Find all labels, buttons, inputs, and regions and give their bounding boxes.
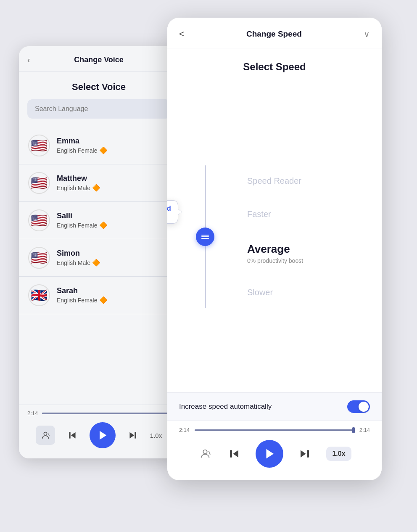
voice-progress-track[interactable] xyxy=(42,413,170,414)
simon-premium-icon: 🔶 xyxy=(92,259,100,267)
svg-rect-2 xyxy=(69,432,70,438)
emma-flag: 🇺🇸 xyxy=(28,135,50,156)
svg-point-0 xyxy=(44,432,47,435)
tooltip-wpm-value: 200 WPM xyxy=(167,212,171,219)
sarah-premium-icon: 🔶 xyxy=(99,296,108,304)
speed-option-faster[interactable]: Faster xyxy=(247,198,373,231)
matthew-info: Matthew English Male 🔶 xyxy=(57,174,169,192)
simon-flag: 🇺🇸 xyxy=(28,247,50,269)
emma-premium-icon: 🔶 xyxy=(99,146,108,154)
voice-icon-button[interactable] xyxy=(36,426,55,445)
emma-lang: English Female xyxy=(57,147,98,154)
svg-marker-10 xyxy=(301,450,306,458)
salli-sub: English Female 🔶 xyxy=(57,221,169,229)
speed-selector-area: 1.0x speed 200 WPM Speed Reader xyxy=(167,81,382,392)
auto-speed-row: Increase speed automatically xyxy=(167,392,382,421)
simon-lang: English Male xyxy=(57,259,90,266)
speed-slider-track[interactable] xyxy=(205,165,206,308)
svg-point-6 xyxy=(203,450,207,454)
voice-list: 🇺🇸 Emma English Female 🔶 🇺🇸 Matthew Engl… xyxy=(19,127,179,405)
search-language-input[interactable] xyxy=(27,99,170,119)
matthew-sub: English Male 🔶 xyxy=(57,184,169,192)
voice-card-title: Change Voice xyxy=(74,56,124,64)
speed-back-button[interactable]: < xyxy=(179,29,185,40)
speed-option-speed-reader[interactable]: Speed Reader xyxy=(247,164,373,198)
svg-marker-9 xyxy=(267,449,274,459)
emma-sub: English Female 🔶 xyxy=(57,146,169,154)
speed-section-heading: Select Speed xyxy=(167,48,382,81)
voice-progress-row: 2:14 xyxy=(27,410,170,416)
speed-option-average[interactable]: Average 0% productivity boost xyxy=(247,231,373,276)
matthew-lang: English Male xyxy=(57,185,90,191)
emma-info: Emma English Female 🔶 xyxy=(57,137,169,154)
svg-marker-7 xyxy=(233,450,239,458)
salli-lang: English Female xyxy=(57,222,98,229)
voice-item-simon[interactable]: 🇺🇸 Simon English Male 🔶 xyxy=(19,239,179,277)
svg-marker-1 xyxy=(71,432,76,438)
salli-info: Salli English Female 🔶 xyxy=(57,212,169,229)
voice-speed-label: 1.0x xyxy=(150,432,162,439)
simon-name: Simon xyxy=(57,249,169,258)
skip-back-button-speed[interactable] xyxy=(228,447,240,460)
thumb-line-1 xyxy=(201,235,209,236)
speed-tooltip: 1.0x speed 200 WPM xyxy=(167,200,178,224)
progress-thumb xyxy=(352,427,355,433)
matthew-name: Matthew xyxy=(57,174,169,183)
speed-time-elapsed: 2:14 xyxy=(179,427,190,433)
chevron-down-icon[interactable]: ∨ xyxy=(364,29,370,39)
speaker-icon-button[interactable] xyxy=(198,447,213,461)
voice-item-matthew[interactable]: 🇺🇸 Matthew English Male 🔶 xyxy=(19,164,179,202)
tooltip-arrow xyxy=(178,209,182,215)
speed-badge-button[interactable]: 1.0x xyxy=(326,447,351,461)
change-voice-card: ‹ Change Voice Select Voice 🇺🇸 Emma Engl… xyxy=(19,46,179,458)
salli-premium-icon: 🔶 xyxy=(99,221,108,229)
svg-rect-5 xyxy=(135,432,136,438)
voice-back-button[interactable]: ‹ xyxy=(27,55,30,65)
voice-item-salli[interactable]: 🇺🇸 Salli English Female 🔶 xyxy=(19,202,179,239)
slower-label: Slower xyxy=(247,288,373,297)
svg-marker-4 xyxy=(129,432,134,438)
voice-controls-row: 1.0x xyxy=(27,422,170,448)
voice-card-header: ‹ Change Voice xyxy=(19,46,179,71)
play-button-speed[interactable] xyxy=(256,440,283,468)
sarah-info: Sarah English Female 🔶 xyxy=(57,286,169,304)
sarah-lang: English Female xyxy=(57,297,98,304)
voice-item-emma[interactable]: 🇺🇸 Emma English Female 🔶 xyxy=(19,127,179,164)
skip-forward-button-speed[interactable] xyxy=(298,447,311,460)
sarah-name: Sarah xyxy=(57,286,169,295)
matthew-premium-icon: 🔶 xyxy=(92,184,100,192)
thumb-line-2 xyxy=(201,236,209,237)
speed-slider-column: 1.0x speed 200 WPM xyxy=(176,81,235,392)
average-desc: 0% productivity boost xyxy=(247,257,373,264)
salli-flag: 🇺🇸 xyxy=(28,209,50,231)
play-button-voice[interactable] xyxy=(90,422,116,448)
sarah-sub: English Female 🔶 xyxy=(57,296,169,304)
thumb-line-3 xyxy=(201,238,209,239)
svg-rect-8 xyxy=(230,450,232,458)
salli-name: Salli xyxy=(57,212,169,220)
svg-marker-3 xyxy=(100,431,106,440)
speed-player-bar: 2:14 2:14 xyxy=(167,421,382,480)
speed-reader-label: Speed Reader xyxy=(247,176,373,186)
emma-name: Emma xyxy=(57,137,169,146)
simon-sub: English Male 🔶 xyxy=(57,259,169,267)
voice-player-bar: 2:14 xyxy=(19,405,179,458)
speed-slider-thumb[interactable] xyxy=(196,228,214,246)
voice-item-sarah[interactable]: 🇬🇧 Sarah English Female 🔶 xyxy=(19,277,179,314)
voice-section-heading: Select Voice xyxy=(19,71,179,99)
auto-speed-toggle[interactable] xyxy=(347,400,370,413)
speed-progress-track[interactable] xyxy=(195,429,354,431)
tooltip-speed-value: 1.0x speed xyxy=(167,205,171,212)
svg-rect-11 xyxy=(307,450,309,458)
simon-info: Simon English Male 🔶 xyxy=(57,249,169,267)
skip-forward-button-voice[interactable] xyxy=(127,430,138,441)
slider-thumb-icon xyxy=(201,235,209,239)
speed-option-slower[interactable]: Slower xyxy=(247,276,373,309)
speed-card-header: < Change Speed ∨ xyxy=(167,18,382,48)
skip-back-button-voice[interactable] xyxy=(67,430,78,441)
speed-time-total: 2:14 xyxy=(359,427,370,433)
toggle-thumb xyxy=(359,402,369,412)
voice-progress-fill xyxy=(42,413,170,414)
sarah-flag: 🇬🇧 xyxy=(28,284,50,306)
change-speed-card: < Change Speed ∨ Select Speed 1.0x speed… xyxy=(167,18,382,480)
